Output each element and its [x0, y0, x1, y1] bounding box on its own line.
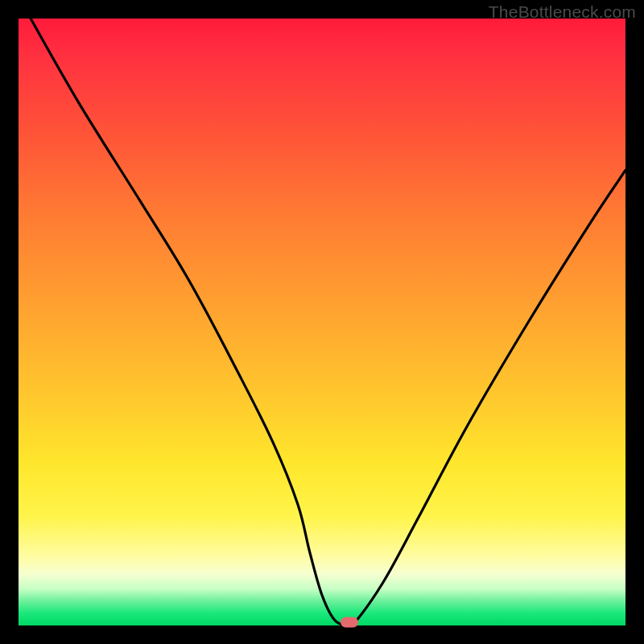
watermark-text: TheBottleneck.com	[489, 2, 636, 22]
plot-area	[19, 19, 625, 625]
chart-frame: TheBottleneck.com	[0, 0, 644, 644]
bottleneck-curve	[19, 19, 625, 625]
minimum-marker	[341, 617, 358, 628]
